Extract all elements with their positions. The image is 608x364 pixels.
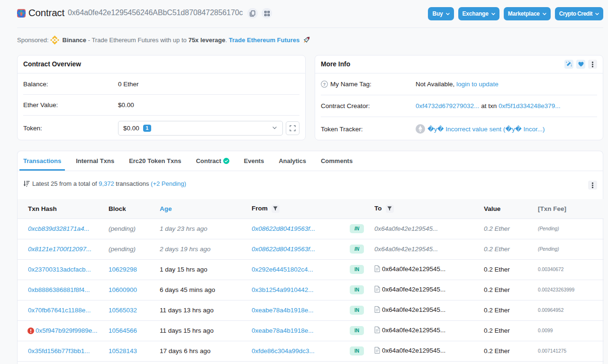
svg-text:?: ? (323, 82, 326, 87)
